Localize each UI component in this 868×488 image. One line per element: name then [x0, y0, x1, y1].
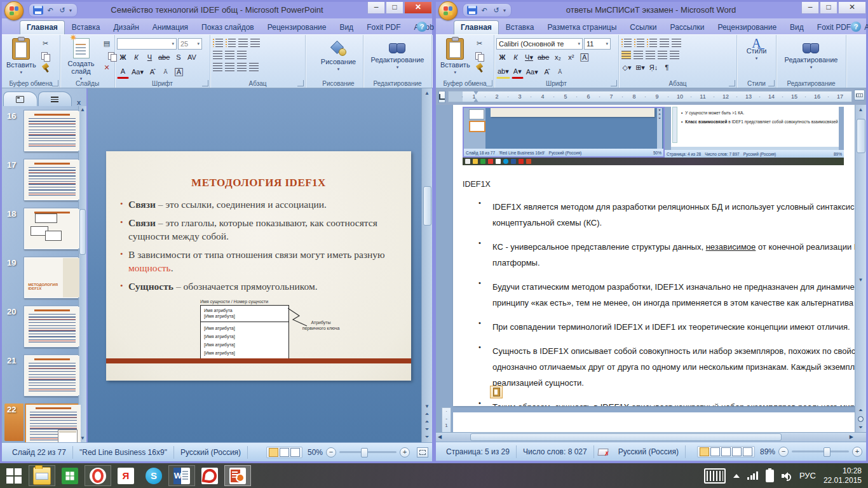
- slide-thumbnail-20[interactable]: 20: [4, 306, 86, 348]
- tab-рецензирование[interactable]: Рецензирование: [261, 21, 333, 34]
- save-icon[interactable]: [467, 6, 477, 15]
- clipboard-dialog-launcher[interactable]: [486, 80, 492, 86]
- taskbar-word[interactable]: W: [168, 463, 196, 488]
- slideshow-icon[interactable]: [290, 448, 300, 457]
- undo-icon[interactable]: ↶: [45, 6, 55, 15]
- fullscreen-reading-icon[interactable]: [710, 447, 720, 456]
- sort-button[interactable]: Я̣↓: [648, 62, 660, 74]
- ppt-zoom-slider[interactable]: [339, 451, 397, 453]
- hidden-icons-icon[interactable]: [733, 474, 740, 478]
- ppt-font-size-box[interactable]: 25▾: [178, 38, 202, 50]
- new-slide-button[interactable]: Создать слайд▾: [62, 37, 100, 84]
- slide-thumbnail-17[interactable]: 17: [4, 159, 86, 201]
- taskbar-file-explorer[interactable]: [28, 463, 56, 488]
- shrink-font-button[interactable]: А̌: [554, 67, 566, 78]
- word-language[interactable]: Русский (Россия): [612, 445, 686, 458]
- change-case-button[interactable]: Aa▾: [525, 67, 539, 78]
- subscript-button[interactable]: x₂: [552, 52, 564, 64]
- word-font-name-box[interactable]: Calibri (Основной те▾: [496, 38, 583, 50]
- next-slide-icon[interactable]: ⏷⏷: [425, 426, 429, 441]
- help-icon[interactable]: ?: [417, 22, 427, 32]
- word-minimize-button[interactable]: –: [801, 2, 819, 14]
- reset-slide-icon[interactable]: [101, 51, 112, 61]
- decrease-indent-button[interactable]: [213, 51, 222, 59]
- taskbar-powerpoint[interactable]: [224, 463, 252, 488]
- tab-stop-selector[interactable]: [438, 91, 445, 103]
- align-right-button[interactable]: [646, 51, 655, 59]
- grow-font-button[interactable]: А̂: [146, 67, 158, 78]
- font-color-button[interactable]: А▾: [512, 66, 524, 79]
- superscript-button[interactable]: x²: [565, 52, 577, 64]
- tab-рецензирование[interactable]: Рецензирование: [711, 21, 783, 34]
- tab-дизайн[interactable]: Дизайн: [107, 21, 145, 34]
- word-horizontal-scrollbar[interactable]: ◀ ▶: [436, 432, 866, 442]
- clear-formatting-button[interactable]: 🄰: [173, 67, 185, 78]
- ppt-font-name-box[interactable]: ▾: [117, 38, 177, 50]
- word-document-area[interactable]: ▼⏶⏷ Слайд 18 из 77 'Red Line Business 16…: [436, 105, 866, 432]
- tab-foxit-pdf[interactable]: Foxit PDF: [360, 21, 407, 34]
- office-button[interactable]: [4, 1, 24, 20]
- tab-показ-слайдов[interactable]: Показ слайдов: [195, 21, 261, 34]
- slide-layout-icon[interactable]: ▤: [101, 39, 112, 49]
- grow-font-button[interactable]: А̂: [541, 67, 553, 78]
- zoom-in-icon[interactable]: +: [852, 447, 862, 457]
- slide-thumbnail-16[interactable]: 16: [4, 110, 86, 152]
- tab-slides[interactable]: [3, 92, 37, 106]
- page-counter[interactable]: Страница: 5 из 29: [440, 445, 517, 458]
- paste-options-button[interactable]: [490, 386, 503, 398]
- ppt-maximize-button[interactable]: □: [386, 2, 403, 14]
- paste-button[interactable]: Вставить▾: [438, 37, 473, 78]
- line-spacing-button[interactable]: [238, 39, 248, 47]
- undo-icon[interactable]: ↶: [479, 6, 489, 15]
- taskbar-windows-store[interactable]: [56, 463, 84, 488]
- normal-view-icon[interactable]: [269, 448, 278, 457]
- redo-icon[interactable]: ↺: [491, 6, 501, 15]
- shading-button[interactable]: ◇▾: [621, 62, 633, 74]
- tab-вид[interactable]: Вид: [783, 21, 810, 34]
- strikethrough-button[interactable]: abe: [536, 52, 550, 64]
- cut-icon[interactable]: ✂: [474, 39, 485, 49]
- columns-button[interactable]: [237, 51, 247, 59]
- volume-icon[interactable]: [782, 471, 792, 480]
- italic-button[interactable]: К: [510, 52, 522, 64]
- format-painter-icon[interactable]: [40, 63, 51, 73]
- clock[interactable]: 10:28 22.01.2015: [824, 466, 862, 485]
- taskbar-acrobat[interactable]: [196, 463, 224, 488]
- slide-thumbnail-22[interactable]: 22: [4, 403, 86, 442]
- print-layout-icon[interactable]: [700, 447, 709, 456]
- taskbar-yandex-browser[interactable]: Я: [112, 463, 140, 488]
- increase-indent-button[interactable]: [672, 39, 681, 47]
- qat-dropdown-icon[interactable]: ▾: [503, 8, 506, 13]
- web-layout-icon[interactable]: [721, 447, 731, 456]
- redo-icon[interactable]: ↺: [57, 6, 67, 15]
- outline-view-icon[interactable]: [732, 447, 742, 456]
- show-marks-button[interactable]: ¶: [661, 62, 673, 74]
- word-zoom-slider[interactable]: [792, 451, 849, 452]
- slide-title[interactable]: МЕТОДОЛОГИЯ IDEF1X: [106, 177, 411, 189]
- align-center-button[interactable]: [225, 63, 234, 71]
- align-right-button[interactable]: [237, 63, 247, 71]
- zoom-in-icon[interactable]: +: [400, 447, 410, 458]
- help-icon[interactable]: ?: [851, 22, 861, 32]
- line-spacing-button[interactable]: [670, 51, 679, 59]
- styles-dialog-launcher[interactable]: [768, 80, 775, 86]
- borders-button[interactable]: ⊞▾: [634, 62, 646, 74]
- taskbar-skype[interactable]: S: [140, 463, 168, 488]
- bullets-button[interactable]: [213, 39, 223, 47]
- previous-page-icon[interactable]: ⏶: [858, 407, 862, 414]
- editing-button[interactable]: Редактирование▾: [782, 39, 841, 72]
- zoom-out-icon[interactable]: −: [326, 447, 336, 458]
- bullets-button[interactable]: [621, 39, 632, 47]
- italic-button[interactable]: К: [130, 52, 142, 64]
- copy-icon[interactable]: [474, 51, 485, 61]
- save-icon[interactable]: [33, 6, 43, 15]
- font-dialog-launcher[interactable]: [202, 80, 208, 86]
- slide-sorter-icon[interactable]: [280, 448, 289, 457]
- paste-button[interactable]: Вставить▾: [4, 37, 39, 78]
- underline-button[interactable]: Ч: [144, 52, 156, 64]
- styles-button[interactable]: А̲ Стили▾: [744, 38, 770, 64]
- delete-slide-icon[interactable]: ✕: [101, 63, 112, 73]
- slide-thumbnail-21[interactable]: 21: [4, 355, 86, 396]
- word-font-size-box[interactable]: 11▾: [584, 38, 611, 50]
- ppt-titlebar[interactable]: ↶ ↺ ▾ Семейство технологий IDEF общ - Mi…: [2, 2, 432, 18]
